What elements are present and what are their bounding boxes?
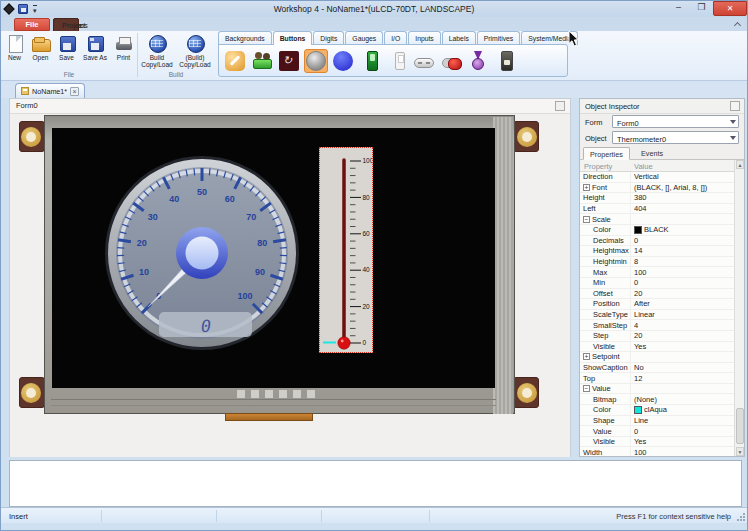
thermometer-scale-label: 20: [363, 303, 371, 310]
quick-save-icon[interactable]: [18, 4, 28, 14]
ribbon-collapse-icon[interactable]: [734, 21, 741, 27]
property-row[interactable]: Max100: [580, 267, 744, 278]
object-select[interactable]: Thermometer0: [612, 131, 739, 144]
palette-widget-animated-button[interactable]: [277, 49, 301, 73]
form-select[interactable]: Form0: [612, 115, 739, 128]
inspector-scrollbar[interactable]: ▲ ▼: [734, 160, 744, 456]
property-row[interactable]: ColorBLACK: [580, 225, 744, 236]
open-button[interactable]: Open: [28, 33, 53, 70]
property-row[interactable]: Value0: [580, 426, 744, 437]
palette-tab-io[interactable]: I/O: [384, 31, 407, 45]
property-value: [634, 384, 734, 394]
palette-tab-buttons[interactable]: Buttons: [273, 31, 313, 45]
inspector-options-icon[interactable]: [730, 101, 740, 111]
bottom-notes-panel[interactable]: [9, 460, 742, 507]
maximize-button[interactable]: ❐: [690, 1, 713, 15]
property-row[interactable]: Height380: [580, 193, 744, 204]
palette-widget-switch-green[interactable]: [358, 49, 382, 73]
collapse-icon[interactable]: −: [583, 385, 590, 392]
property-row[interactable]: Width100: [580, 447, 744, 456]
property-name: Top: [583, 374, 595, 383]
property-value: 20: [634, 331, 734, 341]
resize-grip[interactable]: [737, 513, 745, 521]
property-row[interactable]: Step20: [580, 331, 744, 342]
property-value: [634, 214, 734, 224]
file-menu-button[interactable]: File: [14, 18, 50, 31]
property-row[interactable]: VisibleYes: [580, 437, 744, 448]
lcd-screen[interactable]: 0102030405060708090100 0: [52, 128, 495, 388]
object-select-value: Thermometer0: [617, 135, 666, 144]
property-row[interactable]: Decimals0: [580, 236, 744, 247]
property-row[interactable]: Min0: [580, 278, 744, 289]
design-canvas[interactable]: 0102030405060708090100 0: [10, 114, 570, 457]
expand-icon[interactable]: +: [583, 353, 590, 360]
palette-widget-knob[interactable]: [304, 49, 328, 73]
palette-tab-primitives[interactable]: Primitives: [477, 31, 520, 45]
inspector-tab-events[interactable]: Events: [635, 147, 669, 160]
palette-tab-inputs[interactable]: Inputs: [408, 31, 441, 45]
save-as-button[interactable]: Save As: [80, 33, 110, 70]
expand-icon[interactable]: +: [583, 184, 590, 191]
save-button[interactable]: Save: [54, 33, 79, 70]
document-tab[interactable]: NoName1* ×: [15, 83, 85, 98]
property-row[interactable]: ScaleTypeLinear: [580, 310, 744, 321]
close-button[interactable]: ✕: [713, 1, 747, 16]
palette-widget-switch-white[interactable]: [385, 49, 409, 73]
property-row[interactable]: DirectionVertical: [580, 172, 744, 183]
build-copy-load-button-1[interactable]: BuildCopy/Load: [139, 33, 176, 70]
tab-close-icon[interactable]: ×: [70, 87, 79, 96]
palette-widget-menu-button[interactable]: [223, 49, 247, 73]
property-row[interactable]: ColorclAqua: [580, 405, 744, 416]
form-select-value: Form0: [617, 119, 639, 128]
scroll-up-icon[interactable]: ▲: [736, 160, 744, 169]
property-row[interactable]: Top12: [580, 373, 744, 384]
collapse-icon[interactable]: −: [583, 216, 590, 223]
lcd-module-frame: 0102030405060708090100 0: [44, 115, 515, 414]
scrollbar-thumb[interactable]: [736, 408, 744, 444]
property-row[interactable]: PositionAfter: [580, 299, 744, 310]
form-header: Form0: [10, 99, 570, 114]
property-row[interactable]: Offset20: [580, 289, 744, 300]
new-button[interactable]: New: [2, 33, 27, 70]
angular-meter-widget[interactable]: 0102030405060708090100 0: [104, 155, 300, 351]
palette-tab-gauges[interactable]: Gauges: [345, 31, 383, 45]
palette-widget-medal[interactable]: [466, 49, 490, 73]
scroll-down-icon[interactable]: ▼: [736, 447, 744, 456]
property-row[interactable]: Bitmap(None): [580, 394, 744, 405]
property-value: 20: [634, 289, 734, 299]
gauge-scale-label: 20: [137, 238, 147, 248]
app-logo-icon[interactable]: [3, 3, 14, 14]
property-name: Value: [593, 427, 612, 436]
property-row[interactable]: +Setpoint: [580, 352, 744, 363]
palette-tab-labels[interactable]: Labels: [442, 31, 476, 45]
palette-widget-toggle-switch[interactable]: [439, 49, 463, 73]
palette-widget-round-button[interactable]: [331, 49, 355, 73]
inspector-tab-properties[interactable]: Properties: [583, 147, 630, 160]
gauge-scale-label: 80: [257, 238, 267, 248]
object-select-label: Object: [585, 134, 607, 143]
palette-widget-led-switch[interactable]: [493, 49, 517, 73]
status-bar: Insert Press F1 for context sensitive he…: [1, 507, 747, 523]
qat-dropdown-icon[interactable]: ▾: [33, 5, 37, 14]
vertical-splitter[interactable]: [571, 98, 579, 457]
ribbon-button-label: Copy/Load: [139, 61, 176, 68]
minimize-button[interactable]: –: [667, 1, 690, 15]
palette-widget-user-button[interactable]: [250, 49, 274, 73]
palette-tab-digits[interactable]: Digits: [313, 31, 344, 45]
property-row[interactable]: +Font(BLACK, [], Arial, 8, []): [580, 183, 744, 194]
property-row[interactable]: Heightmin8: [580, 257, 744, 268]
property-row[interactable]: VisibleYes: [580, 342, 744, 353]
form-pin-icon[interactable]: [555, 101, 565, 111]
property-row[interactable]: −Scale: [580, 214, 744, 225]
property-row[interactable]: SmallStep4: [580, 320, 744, 331]
print-button[interactable]: Print: [111, 33, 136, 70]
thermometer-widget[interactable]: 100806040200: [319, 147, 373, 353]
palette-tab-backgrounds[interactable]: Backgrounds: [218, 31, 272, 45]
property-row[interactable]: ShowCaptionNo: [580, 363, 744, 374]
property-row[interactable]: −Value: [580, 384, 744, 395]
build-copy-load-button-2[interactable]: (Build)Copy/Load: [177, 33, 214, 70]
property-row[interactable]: ShapeLine: [580, 416, 744, 427]
property-row[interactable]: Left404: [580, 204, 744, 215]
palette-widget-rocker-switch[interactable]: [412, 49, 436, 73]
property-row[interactable]: Heightmax14: [580, 246, 744, 257]
